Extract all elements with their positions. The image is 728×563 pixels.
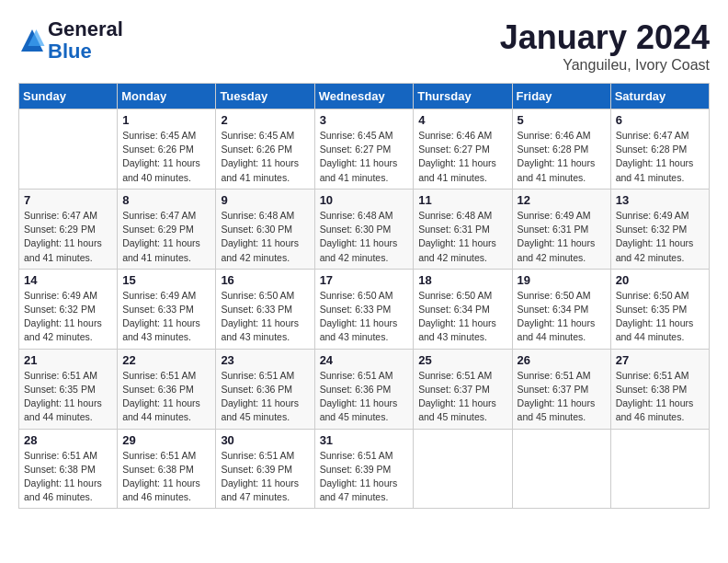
day-info: Sunrise: 6:50 AMSunset: 6:33 PMDaylight:… bbox=[320, 289, 409, 345]
day-number: 11 bbox=[418, 193, 506, 207]
calendar-cell: 22Sunrise: 6:51 AMSunset: 6:36 PMDayligh… bbox=[118, 349, 216, 429]
calendar-cell bbox=[19, 109, 118, 190]
col-header-monday: Monday bbox=[118, 84, 216, 109]
location: Yanguileu, Ivory Coast bbox=[500, 57, 710, 74]
day-number: 17 bbox=[320, 273, 409, 287]
page-header: General Blue January 2024 Yanguileu, Ivo… bbox=[18, 18, 710, 74]
col-header-sunday: Sunday bbox=[19, 84, 118, 109]
logo: General Blue bbox=[18, 18, 123, 63]
day-number: 8 bbox=[122, 193, 210, 207]
day-info: Sunrise: 6:50 AMSunset: 6:34 PMDaylight:… bbox=[418, 289, 506, 345]
day-number: 16 bbox=[221, 273, 309, 287]
day-number: 14 bbox=[24, 273, 112, 287]
day-number: 9 bbox=[221, 193, 309, 207]
day-number: 24 bbox=[320, 353, 409, 367]
logo-text: General Blue bbox=[48, 18, 123, 63]
day-info: Sunrise: 6:45 AMSunset: 6:26 PMDaylight:… bbox=[122, 129, 210, 185]
calendar-header-row: SundayMondayTuesdayWednesdayThursdayFrid… bbox=[19, 84, 710, 109]
calendar-week-1: 1Sunrise: 6:45 AMSunset: 6:26 PMDaylight… bbox=[19, 109, 710, 190]
calendar-cell: 11Sunrise: 6:48 AMSunset: 6:31 PMDayligh… bbox=[414, 189, 512, 269]
calendar-cell: 6Sunrise: 6:47 AMSunset: 6:28 PMDaylight… bbox=[610, 109, 709, 190]
calendar-cell: 13Sunrise: 6:49 AMSunset: 6:32 PMDayligh… bbox=[610, 189, 709, 269]
day-number: 6 bbox=[616, 113, 704, 127]
calendar-cell: 4Sunrise: 6:46 AMSunset: 6:27 PMDaylight… bbox=[414, 109, 512, 190]
day-number: 7 bbox=[24, 193, 112, 207]
logo-icon bbox=[18, 27, 46, 54]
calendar-cell: 3Sunrise: 6:45 AMSunset: 6:27 PMDaylight… bbox=[314, 109, 414, 190]
day-number: 21 bbox=[24, 353, 112, 367]
calendar-cell: 15Sunrise: 6:49 AMSunset: 6:33 PMDayligh… bbox=[118, 269, 216, 349]
calendar-cell: 20Sunrise: 6:50 AMSunset: 6:35 PMDayligh… bbox=[610, 269, 709, 349]
calendar-cell: 16Sunrise: 6:50 AMSunset: 6:33 PMDayligh… bbox=[216, 269, 314, 349]
calendar-cell: 1Sunrise: 6:45 AMSunset: 6:26 PMDaylight… bbox=[118, 109, 216, 190]
day-number: 10 bbox=[320, 193, 409, 207]
calendar-cell: 17Sunrise: 6:50 AMSunset: 6:33 PMDayligh… bbox=[314, 269, 414, 349]
calendar-week-2: 7Sunrise: 6:47 AMSunset: 6:29 PMDaylight… bbox=[19, 189, 710, 269]
col-header-saturday: Saturday bbox=[610, 84, 709, 109]
calendar-cell: 9Sunrise: 6:48 AMSunset: 6:30 PMDaylight… bbox=[216, 189, 314, 269]
day-info: Sunrise: 6:47 AMSunset: 6:28 PMDaylight:… bbox=[616, 129, 704, 185]
calendar-cell bbox=[610, 429, 709, 509]
day-info: Sunrise: 6:48 AMSunset: 6:31 PMDaylight:… bbox=[418, 209, 506, 265]
calendar-cell: 8Sunrise: 6:47 AMSunset: 6:29 PMDaylight… bbox=[118, 189, 216, 269]
day-info: Sunrise: 6:47 AMSunset: 6:29 PMDaylight:… bbox=[24, 209, 112, 265]
day-info: Sunrise: 6:51 AMSunset: 6:37 PMDaylight:… bbox=[418, 369, 506, 425]
day-number: 31 bbox=[320, 433, 409, 447]
day-info: Sunrise: 6:45 AMSunset: 6:27 PMDaylight:… bbox=[320, 129, 409, 185]
month-title: January 2024 bbox=[500, 18, 710, 57]
day-info: Sunrise: 6:51 AMSunset: 6:38 PMDaylight:… bbox=[24, 449, 112, 505]
day-number: 28 bbox=[24, 433, 112, 447]
col-header-thursday: Thursday bbox=[414, 84, 512, 109]
day-number: 2 bbox=[221, 113, 309, 127]
day-info: Sunrise: 6:46 AMSunset: 6:28 PMDaylight:… bbox=[518, 129, 606, 185]
col-header-tuesday: Tuesday bbox=[216, 84, 314, 109]
calendar-cell: 29Sunrise: 6:51 AMSunset: 6:38 PMDayligh… bbox=[118, 429, 216, 509]
day-number: 4 bbox=[418, 113, 506, 127]
day-number: 19 bbox=[518, 273, 606, 287]
day-number: 15 bbox=[122, 273, 210, 287]
calendar-cell: 21Sunrise: 6:51 AMSunset: 6:35 PMDayligh… bbox=[19, 349, 118, 429]
calendar-cell: 23Sunrise: 6:51 AMSunset: 6:36 PMDayligh… bbox=[216, 349, 314, 429]
calendar-week-3: 14Sunrise: 6:49 AMSunset: 6:32 PMDayligh… bbox=[19, 269, 710, 349]
day-number: 27 bbox=[616, 353, 704, 367]
col-header-friday: Friday bbox=[512, 84, 610, 109]
day-number: 18 bbox=[418, 273, 506, 287]
calendar-cell: 12Sunrise: 6:49 AMSunset: 6:31 PMDayligh… bbox=[512, 189, 610, 269]
day-info: Sunrise: 6:49 AMSunset: 6:32 PMDaylight:… bbox=[616, 209, 704, 265]
day-number: 30 bbox=[221, 433, 309, 447]
day-info: Sunrise: 6:51 AMSunset: 6:38 PMDaylight:… bbox=[122, 449, 210, 505]
day-number: 20 bbox=[616, 273, 704, 287]
day-info: Sunrise: 6:51 AMSunset: 6:37 PMDaylight:… bbox=[518, 369, 606, 425]
day-info: Sunrise: 6:47 AMSunset: 6:29 PMDaylight:… bbox=[122, 209, 210, 265]
day-info: Sunrise: 6:50 AMSunset: 6:33 PMDaylight:… bbox=[221, 289, 309, 345]
calendar-cell: 19Sunrise: 6:50 AMSunset: 6:34 PMDayligh… bbox=[512, 269, 610, 349]
day-info: Sunrise: 6:51 AMSunset: 6:35 PMDaylight:… bbox=[24, 369, 112, 425]
calendar-cell: 28Sunrise: 6:51 AMSunset: 6:38 PMDayligh… bbox=[19, 429, 118, 509]
day-info: Sunrise: 6:45 AMSunset: 6:26 PMDaylight:… bbox=[221, 129, 309, 185]
day-number: 26 bbox=[518, 353, 606, 367]
day-number: 1 bbox=[122, 113, 210, 127]
day-info: Sunrise: 6:46 AMSunset: 6:27 PMDaylight:… bbox=[418, 129, 506, 185]
day-info: Sunrise: 6:50 AMSunset: 6:35 PMDaylight:… bbox=[616, 289, 704, 345]
day-info: Sunrise: 6:51 AMSunset: 6:36 PMDaylight:… bbox=[320, 369, 409, 425]
day-number: 12 bbox=[518, 193, 606, 207]
calendar-cell: 7Sunrise: 6:47 AMSunset: 6:29 PMDaylight… bbox=[19, 189, 118, 269]
calendar-cell: 18Sunrise: 6:50 AMSunset: 6:34 PMDayligh… bbox=[414, 269, 512, 349]
day-number: 29 bbox=[122, 433, 210, 447]
day-info: Sunrise: 6:51 AMSunset: 6:39 PMDaylight:… bbox=[320, 449, 409, 505]
day-number: 25 bbox=[418, 353, 506, 367]
day-info: Sunrise: 6:49 AMSunset: 6:33 PMDaylight:… bbox=[122, 289, 210, 345]
day-info: Sunrise: 6:51 AMSunset: 6:36 PMDaylight:… bbox=[221, 369, 309, 425]
calendar-cell bbox=[512, 429, 610, 509]
calendar-cell bbox=[414, 429, 512, 509]
day-info: Sunrise: 6:48 AMSunset: 6:30 PMDaylight:… bbox=[221, 209, 309, 265]
calendar-table: SundayMondayTuesdayWednesdayThursdayFrid… bbox=[18, 83, 710, 509]
day-info: Sunrise: 6:48 AMSunset: 6:30 PMDaylight:… bbox=[320, 209, 409, 265]
day-number: 22 bbox=[122, 353, 210, 367]
calendar-week-5: 28Sunrise: 6:51 AMSunset: 6:38 PMDayligh… bbox=[19, 429, 710, 509]
calendar-cell: 5Sunrise: 6:46 AMSunset: 6:28 PMDaylight… bbox=[512, 109, 610, 190]
calendar-cell: 31Sunrise: 6:51 AMSunset: 6:39 PMDayligh… bbox=[314, 429, 414, 509]
day-number: 23 bbox=[221, 353, 309, 367]
calendar-cell: 27Sunrise: 6:51 AMSunset: 6:38 PMDayligh… bbox=[610, 349, 709, 429]
calendar-cell: 24Sunrise: 6:51 AMSunset: 6:36 PMDayligh… bbox=[314, 349, 414, 429]
